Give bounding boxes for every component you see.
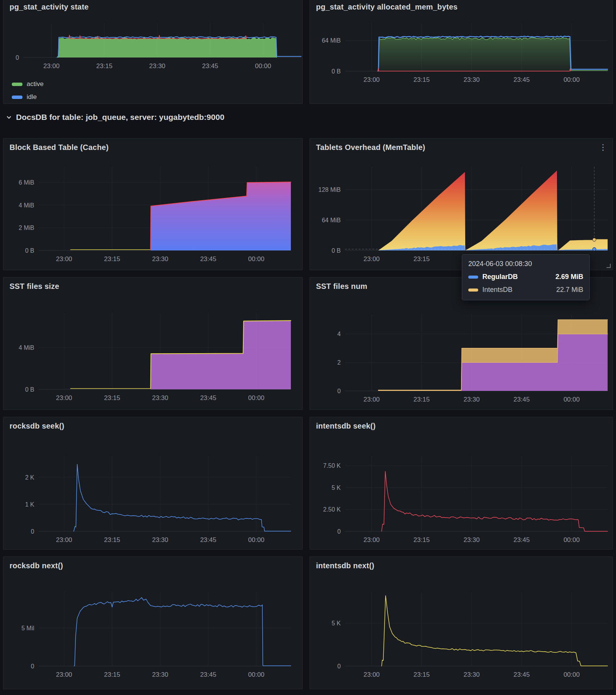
panel-rocksdb-seek: rocksdb seek() 23:0023:1523:3023:4500:00…	[3, 417, 303, 550]
svg-text:23:15: 23:15	[413, 396, 430, 403]
svg-text:00:00: 00:00	[563, 536, 580, 544]
series-swatch	[468, 276, 478, 279]
chevron-down-icon	[6, 115, 12, 120]
svg-text:23:30: 23:30	[463, 671, 480, 678]
svg-text:00:00: 00:00	[248, 394, 265, 402]
svg-text:64 MiB: 64 MiB	[322, 217, 341, 223]
svg-text:4: 4	[337, 331, 341, 337]
series-swatch	[12, 96, 22, 99]
panel-title: rocksdb next()	[10, 561, 63, 570]
legend-item-active[interactable]: active	[12, 78, 43, 91]
pg-state-chart[interactable]: 23:0023:1523:3023:4500:000	[23, 23, 301, 57]
svg-text:23:00: 23:00	[364, 396, 380, 403]
series-swatch	[12, 83, 22, 86]
tooltip-timestamp: 2024-06-03 00:08:30	[468, 260, 583, 268]
svg-text:2: 2	[337, 359, 341, 366]
svg-text:00:00: 00:00	[248, 536, 265, 544]
svg-text:00:00: 00:00	[248, 255, 265, 263]
block-cache-chart[interactable]: 23:0023:1523:3023:4500:000 B2 MiB4 MiB6 …	[38, 166, 291, 250]
panel-title: intentsdb seek()	[316, 422, 376, 430]
svg-text:0: 0	[337, 528, 341, 535]
svg-text:2.50 K: 2.50 K	[323, 506, 341, 513]
svg-text:23:30: 23:30	[149, 62, 166, 70]
sst-size-chart[interactable]: 23:0023:1523:3023:4500:000 B4 MiB	[38, 313, 291, 389]
chart-tooltip: 2024-06-03 00:08:30 RegularDB 2.69 MiB I…	[462, 254, 590, 300]
svg-text:23:45: 23:45	[514, 536, 530, 544]
rocksdb-next-chart[interactable]: 23:0023:1523:3023:4500:0005 Mil	[38, 591, 291, 666]
svg-text:23:30: 23:30	[152, 536, 168, 544]
svg-text:4 MiB: 4 MiB	[19, 344, 34, 351]
panel-intentsdb-seek: intentsdb seek() 23:0023:1523:3023:4500:…	[310, 417, 613, 550]
svg-text:23:15: 23:15	[413, 671, 430, 678]
svg-text:23:30: 23:30	[463, 536, 480, 544]
svg-text:23:15: 23:15	[413, 255, 430, 263]
tooltip-series-value: 2.69 MiB	[555, 273, 583, 281]
tooltip-series-label: RegularDB	[482, 273, 518, 281]
panel-title: intentsdb next()	[316, 561, 374, 570]
svg-text:6 MiB: 6 MiB	[19, 179, 34, 186]
svg-text:64 MiB: 64 MiB	[322, 37, 341, 44]
svg-text:5 K: 5 K	[332, 485, 341, 491]
svg-text:0 B: 0 B	[332, 68, 341, 75]
panel-title: pg_stat_activity allocated_mem_bytes	[316, 3, 458, 11]
legend-label: idle	[27, 93, 37, 101]
svg-text:23:00: 23:00	[56, 536, 72, 544]
panel-pg-stat-activity-mem: pg_stat_activity allocated_mem_bytes 23:…	[310, 0, 613, 104]
svg-text:5 K: 5 K	[332, 620, 341, 626]
svg-text:23:00: 23:00	[364, 671, 380, 678]
panel-pg-stat-activity-state: pg_stat_activity state 23:0023:1523:3023…	[3, 0, 303, 104]
svg-text:0 B: 0 B	[332, 247, 341, 254]
svg-text:0: 0	[31, 528, 34, 535]
svg-text:23:00: 23:00	[364, 255, 380, 263]
svg-text:23:00: 23:00	[43, 62, 60, 70]
panel-title: pg_stat_activity state	[10, 3, 89, 11]
svg-text:4 MiB: 4 MiB	[19, 202, 34, 209]
row-header-docsdb[interactable]: DocsDB for table: job_queue, server: yug…	[6, 109, 224, 126]
svg-text:00:00: 00:00	[563, 76, 580, 83]
svg-text:00:00: 00:00	[563, 671, 580, 678]
panel-title: Tablets Overhead (MemTable)	[316, 143, 425, 152]
svg-text:23:45: 23:45	[200, 255, 217, 263]
svg-text:23:30: 23:30	[152, 671, 168, 678]
svg-text:0: 0	[337, 663, 341, 669]
svg-text:00:00: 00:00	[255, 62, 271, 70]
svg-text:0: 0	[31, 663, 34, 669]
tooltip-series-value: 22.7 MiB	[556, 286, 583, 294]
svg-text:2 MiB: 2 MiB	[19, 225, 34, 231]
svg-text:0 B: 0 B	[25, 386, 34, 393]
tooltip-row-intentsdb: IntentsDB 22.7 MiB	[468, 286, 583, 294]
panel-title: SST files size	[10, 282, 59, 291]
sst-num-chart[interactable]: 23:0023:1523:3023:4500:00024	[345, 314, 608, 391]
svg-text:23:00: 23:00	[364, 76, 380, 83]
svg-text:0: 0	[16, 54, 19, 61]
kebab-menu-icon[interactable]: ⋮	[597, 142, 609, 153]
panel-tablets-overhead-memtable: Tablets Overhead (MemTable) ⋮ 23:0023:15…	[310, 138, 613, 270]
svg-text:23:45: 23:45	[202, 62, 219, 70]
intentsdb-next-chart[interactable]: 23:0023:1523:3023:4500:0005 K	[345, 592, 608, 666]
svg-text:0: 0	[337, 388, 341, 394]
svg-text:23:15: 23:15	[413, 536, 430, 544]
tablets-chart[interactable]: 23:0023:1523:3023:4500:000 B64 MiB128 Mi…	[345, 167, 608, 250]
intentsdb-seek-chart[interactable]: 23:0023:1523:3023:4500:0002.50 K5 K7.50 …	[345, 456, 608, 531]
svg-text:1 K: 1 K	[25, 501, 34, 508]
pg-mem-chart[interactable]: 23:0023:1523:3023:4500:000 B64 MiB	[345, 23, 608, 71]
svg-text:7.50 K: 7.50 K	[323, 462, 341, 469]
rocksdb-seek-chart[interactable]: 23:0023:1523:3023:4500:0001 K2 K	[38, 456, 291, 531]
svg-text:23:45: 23:45	[200, 394, 217, 402]
panel-intentsdb-next: intentsdb next() 23:0023:1523:3023:4500:…	[310, 556, 613, 689]
tooltip-series-label: IntentsDB	[482, 286, 512, 294]
panel-resize-handle[interactable]	[606, 264, 611, 268]
panel-title: rocksdb seek()	[10, 422, 64, 430]
svg-text:00:00: 00:00	[563, 396, 580, 403]
svg-text:23:00: 23:00	[364, 536, 380, 544]
row-header-label: DocsDB for table: job_queue, server: yug…	[16, 113, 224, 122]
svg-text:23:30: 23:30	[152, 255, 168, 263]
svg-text:23:45: 23:45	[200, 671, 217, 678]
legend: active idle	[12, 78, 43, 104]
legend-item-idle[interactable]: idle	[12, 91, 43, 104]
svg-text:23:15: 23:15	[104, 394, 120, 402]
svg-text:23:30: 23:30	[152, 394, 168, 402]
panel-title: SST files num	[316, 282, 367, 291]
svg-text:23:45: 23:45	[514, 671, 530, 678]
tooltip-row-regulardb: RegularDB 2.69 MiB	[468, 273, 583, 281]
